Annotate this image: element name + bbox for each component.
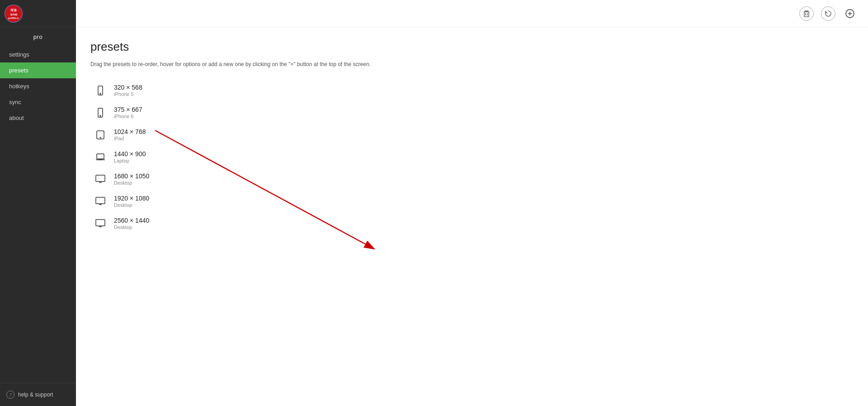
sidebar-footer: ? help & support	[0, 383, 76, 406]
preset-device-name: iPhone 6	[114, 114, 142, 119]
preset-item-iphone6[interactable]: 375 × 667 iPhone 6	[90, 101, 854, 124]
topbar	[76, 0, 868, 27]
page-title: presets	[90, 40, 854, 54]
svg-point-13	[100, 115, 101, 116]
reset-button[interactable]	[821, 6, 835, 21]
preset-device-name: Laptop	[114, 158, 146, 163]
preset-list: 320 × 568 iPhone 5 375 × 667 iPhone 6	[90, 79, 854, 234]
phone-icon	[94, 108, 107, 118]
sidebar-item-settings[interactable]: settings	[0, 47, 76, 62]
preset-device-name: Desktop	[114, 180, 149, 186]
svg-point-11	[100, 93, 101, 94]
svg-rect-19	[96, 175, 105, 182]
phone-icon	[94, 86, 107, 96]
laptop-icon	[94, 152, 107, 162]
preset-item-laptop[interactable]: 1440 × 900 Laptop	[90, 146, 854, 168]
help-support-label: help & support	[18, 392, 53, 398]
preset-info: 1920 × 1080 Desktop	[114, 195, 149, 208]
svg-text:软件园: 软件园	[10, 13, 17, 16]
sidebar: 河东 软件园 pc0359.cn pro settings presets ho…	[0, 0, 76, 406]
desktop-icon	[94, 174, 107, 184]
desktop-icon	[94, 196, 107, 206]
preset-info: 1440 × 900 Laptop	[114, 150, 146, 163]
help-support-button[interactable]: ? help & support	[6, 391, 53, 399]
preset-device-name: Desktop	[114, 202, 149, 208]
preset-info: 1680 × 1050 Desktop	[114, 172, 149, 186]
topbar-actions	[799, 6, 857, 21]
preset-info: 375 × 667 iPhone 6	[114, 106, 142, 119]
preset-device-name: iPhone 5	[114, 91, 142, 97]
preset-item-desktop3[interactable]: 2560 × 1440 Desktop	[90, 212, 854, 234]
logo-area: 河东 软件园 pc0359.cn	[0, 0, 76, 27]
preset-resolution: 375 × 667	[114, 106, 142, 113]
help-icon: ?	[6, 391, 14, 399]
page-description: Drag the presets to re-order, hover for …	[90, 60, 854, 68]
tablet-icon	[94, 130, 107, 140]
preset-info: 320 × 568 iPhone 5	[114, 84, 142, 97]
svg-text:河东: 河东	[10, 8, 17, 12]
preset-item-desktop1[interactable]: 1680 × 1050 Desktop	[90, 168, 854, 190]
preset-info: 2560 × 1440 Desktop	[114, 217, 149, 230]
preset-resolution: 1440 × 900	[114, 150, 146, 158]
svg-rect-25	[96, 220, 105, 226]
preset-device-name: iPad	[114, 136, 146, 141]
pro-label: pro	[0, 27, 76, 45]
preset-item-iphone5[interactable]: 320 × 568 iPhone 5	[90, 79, 854, 101]
preset-resolution: 1680 × 1050	[114, 172, 149, 180]
preset-resolution: 2560 × 1440	[114, 217, 149, 224]
preset-device-name: Desktop	[114, 224, 149, 230]
svg-rect-4	[804, 12, 809, 17]
preset-item-desktop2[interactable]: 1920 × 1080 Desktop	[90, 190, 854, 212]
main-content: presets Drag the presets to re-order, ho…	[76, 0, 868, 406]
preset-resolution: 320 × 568	[114, 84, 142, 91]
preset-item-ipad[interactable]: 1024 × 768 iPad	[90, 124, 854, 146]
svg-rect-16	[97, 154, 104, 159]
sidebar-item-about[interactable]: about	[0, 110, 76, 126]
nav-items: settings presets hotkeys sync about	[0, 45, 76, 383]
sidebar-item-hotkeys[interactable]: hotkeys	[0, 78, 76, 94]
delete-button[interactable]	[799, 6, 814, 21]
content-area: presets Drag the presets to re-order, ho…	[76, 27, 868, 406]
desktop-icon	[94, 219, 107, 229]
preset-resolution: 1920 × 1080	[114, 195, 149, 202]
sidebar-item-presets[interactable]: presets	[0, 62, 76, 78]
svg-text:pc0359.cn: pc0359.cn	[8, 17, 19, 19]
svg-point-15	[100, 137, 101, 138]
svg-rect-22	[96, 197, 105, 204]
sidebar-item-sync[interactable]: sync	[0, 94, 76, 110]
add-preset-button[interactable]	[843, 6, 857, 21]
logo-image: 河东 软件园 pc0359.cn	[5, 5, 23, 23]
preset-resolution: 1024 × 768	[114, 128, 146, 135]
preset-info: 1024 × 768 iPad	[114, 128, 146, 141]
